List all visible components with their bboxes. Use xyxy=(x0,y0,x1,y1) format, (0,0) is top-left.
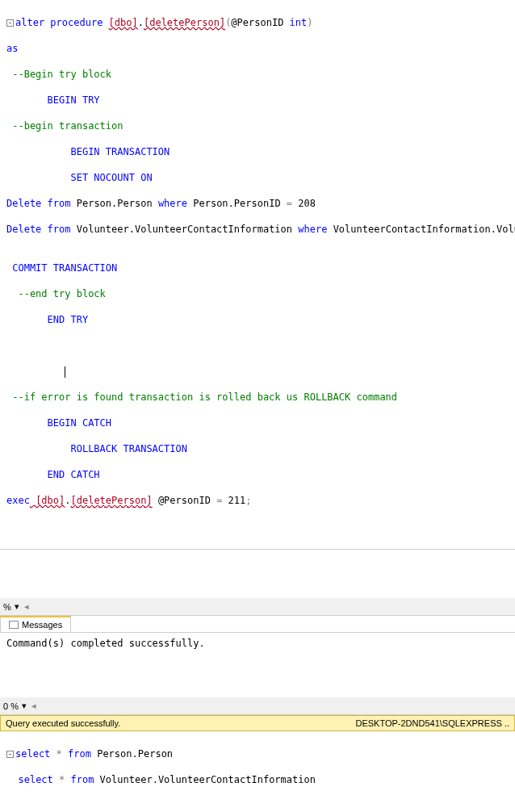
fold-icon[interactable]: - xyxy=(6,751,14,758)
kw-alter: alter xyxy=(15,17,44,28)
tab-messages-label: Messages xyxy=(22,620,62,630)
zoom-toolbar-2: 0 % ▾ ◂ xyxy=(0,697,515,715)
tab-messages[interactable]: Messages xyxy=(0,616,71,632)
zoom-toolbar-1: % ▾ ◂ xyxy=(0,598,515,616)
sql-editor-2[interactable]: -select * from Person.Person select * fr… xyxy=(0,731,515,802)
status-text: Query executed successfully. xyxy=(6,718,120,728)
status-bar: Query executed successfully. DESKTOP-2DN… xyxy=(0,715,515,731)
results-tabstrip-1: Messages xyxy=(0,616,515,633)
zoom-value-2[interactable]: 0 % xyxy=(3,701,19,711)
status-server: DESKTOP-2DND541\SQLEXPRESS .. xyxy=(355,718,509,728)
message-text: Command(s) completed successfully. xyxy=(6,638,205,649)
text-cursor xyxy=(65,366,65,378)
chevron-down-icon[interactable]: ▾ xyxy=(15,601,19,612)
chevron-left-icon[interactable]: ◂ xyxy=(31,701,36,711)
fold-icon[interactable]: - xyxy=(6,19,14,27)
chevron-down-icon[interactable]: ▾ xyxy=(22,701,27,711)
sql-editor-1[interactable]: -alter procedure [dbo].[deletePerson](@P… xyxy=(0,0,515,550)
zoom-value[interactable]: % xyxy=(3,602,11,612)
messages-icon xyxy=(9,621,19,629)
chevron-left-icon[interactable]: ◂ xyxy=(24,601,29,612)
messages-pane[interactable]: Command(s) completed successfully. xyxy=(0,633,515,665)
